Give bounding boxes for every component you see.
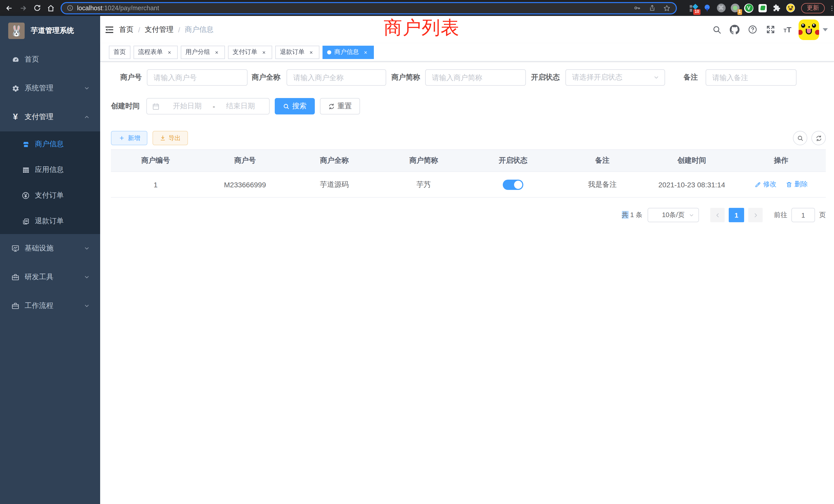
sidebar-item-infrastructure[interactable]: 基础设施 <box>0 234 100 263</box>
sidebar-item-label: 退款订单 <box>35 216 64 226</box>
browser-reload-icon[interactable] <box>32 3 42 13</box>
chevron-down-icon <box>84 274 90 280</box>
status-toggle[interactable] <box>503 179 523 190</box>
address-bar[interactable]: localhost:1024/pay/merchant <box>61 2 677 14</box>
browser-menu-icon[interactable]: ⋮ <box>829 4 834 12</box>
delete-link[interactable]: 删除 <box>786 180 808 189</box>
extension-v-icon[interactable]: V <box>744 3 753 13</box>
next-page-button[interactable] <box>748 208 763 222</box>
help-icon[interactable] <box>747 24 758 35</box>
sidebar-item-workflow[interactable]: 工作流程 <box>0 292 100 320</box>
app-logo[interactable]: 🐰 芋道管理系统 <box>0 16 100 45</box>
cell-merchant-id: 1 <box>111 172 200 197</box>
profile-avatar-icon[interactable] <box>786 3 795 13</box>
status-select[interactable]: 请选择开启状态 <box>565 69 665 86</box>
prev-page-button[interactable] <box>710 208 725 222</box>
search-icon[interactable] <box>711 24 722 35</box>
bookmark-star-icon[interactable] <box>663 4 671 12</box>
sidebar-item-label: 应用信息 <box>35 165 64 175</box>
browser-home-icon[interactable] <box>46 3 56 13</box>
col-actions: 操作 <box>737 150 826 172</box>
cell-status <box>468 172 558 197</box>
storefront-icon <box>20 140 32 148</box>
extension-status-icon[interactable]: 1 <box>730 3 740 13</box>
goto-page-input[interactable] <box>791 208 815 222</box>
extension-kanban-icon[interactable]: 10 <box>689 3 698 13</box>
close-icon[interactable]: × <box>213 48 220 56</box>
share-icon[interactable] <box>648 4 656 12</box>
breadcrumb-payment[interactable]: 支付管理 <box>145 25 174 34</box>
browser-back-icon[interactable] <box>5 3 14 13</box>
cell-created: 2021-10-23 08:31:14 <box>647 172 737 197</box>
tab-pay-order[interactable]: 支付订单× <box>228 45 272 59</box>
chrome-update-button[interactable]: 更新 <box>801 3 825 13</box>
goto-label: 前往 <box>774 210 787 220</box>
sidebar-item-label: 支付订单 <box>35 191 64 200</box>
cell-remark: 我是备注 <box>558 172 647 197</box>
password-key-icon[interactable] <box>633 4 641 12</box>
user-avatar[interactable] <box>798 19 819 40</box>
font-size-icon[interactable]: TT <box>784 25 791 34</box>
tab-merchant-info[interactable]: 商户信息× <box>323 45 374 59</box>
extension-badge: 10 <box>693 9 701 15</box>
export-button[interactable]: 导出 <box>153 131 188 145</box>
tab-process-form[interactable]: 流程表单× <box>133 45 178 59</box>
breadcrumb-home[interactable]: 首页 <box>119 25 133 34</box>
browser-forward-icon[interactable] <box>19 3 28 13</box>
tab-refund-order[interactable]: 退款订单× <box>275 45 320 59</box>
sidebar-item-merchant-info[interactable]: 商户信息 <box>0 131 100 157</box>
show-search-icon[interactable] <box>793 131 807 145</box>
yen-icon: ¥ <box>9 112 22 122</box>
top-navbar: 首页 / 支付管理 / 商户信息 商户列表 <box>100 16 834 43</box>
search-button[interactable]: 搜索 <box>275 98 315 114</box>
close-icon[interactable]: × <box>308 48 315 56</box>
extensions-puzzle-icon[interactable] <box>772 3 781 13</box>
sidebar-item-refund-order[interactable]: 退款订单 <box>0 208 100 234</box>
extension-pin-icon[interactable] <box>703 3 712 13</box>
sidebar-item-home[interactable]: 首页 <box>0 45 100 74</box>
merchant-no-input[interactable] <box>147 69 247 86</box>
extension-command-icon[interactable]: ⌘ <box>717 3 726 13</box>
sidebar-item-label: 首页 <box>25 55 39 64</box>
add-button[interactable]: ＋新增 <box>111 131 147 145</box>
sidebar-item-app-info[interactable]: 应用信息 <box>0 157 100 183</box>
extension-grammar-icon[interactable] <box>758 3 767 13</box>
github-icon[interactable] <box>729 24 740 35</box>
edit-link[interactable]: 修改 <box>754 180 776 189</box>
page-number-button[interactable]: 1 <box>729 208 744 222</box>
sidebar-collapse-icon[interactable] <box>104 24 115 35</box>
page-size-select[interactable]: 10条/页 <box>648 208 699 222</box>
reset-button[interactable]: 重置 <box>320 98 360 114</box>
remark-input[interactable] <box>706 69 796 86</box>
browser-toolbar: localhost:1024/pay/merchant 10 ⌘ <box>0 0 834 16</box>
sidebar-item-dev-tools[interactable]: 研发工具 <box>0 263 100 292</box>
site-info-icon[interactable] <box>67 5 73 11</box>
tab-user-group[interactable]: 用户分组× <box>181 45 225 59</box>
pagination-goto: 前往 页 <box>774 208 826 222</box>
page-content: 商户号 商户全称 商户简称 开启状态 请选择开启状态 备注 <box>100 62 834 222</box>
annotation-merchant-list: 商户列表 <box>383 19 460 37</box>
tab-home[interactable]: 首页 <box>109 45 130 59</box>
full-name-input[interactable] <box>287 69 386 86</box>
col-created: 创建时间 <box>647 150 737 172</box>
cell-actions: 修改 删除 <box>737 172 826 197</box>
sidebar-item-pay-order[interactable]: 支付订单 <box>0 183 100 208</box>
sidebar-item-system[interactable]: 系统管理 <box>0 74 100 102</box>
fullscreen-icon[interactable] <box>765 24 776 35</box>
briefcase-icon <box>9 302 22 310</box>
close-icon[interactable]: × <box>362 48 369 56</box>
edit-pencil-icon <box>754 181 761 188</box>
breadcrumb-separator: / <box>138 25 140 33</box>
close-icon[interactable]: × <box>166 48 173 56</box>
sidebar-item-payment[interactable]: ¥ 支付管理 <box>0 102 100 131</box>
refresh-icon[interactable] <box>811 131 826 145</box>
url-text[interactable]: localhost:1024/pay/merchant <box>77 4 626 12</box>
active-dot <box>327 50 331 54</box>
chevron-down-icon <box>84 303 90 309</box>
avatar-caret-icon[interactable] <box>823 28 828 31</box>
col-short-name: 商户简称 <box>379 150 468 172</box>
short-name-input[interactable] <box>425 69 526 86</box>
date-range-picker[interactable]: 开始日期 - 结束日期 <box>146 98 270 114</box>
logo-image: 🐰 <box>8 22 25 39</box>
close-icon[interactable]: × <box>260 48 267 56</box>
